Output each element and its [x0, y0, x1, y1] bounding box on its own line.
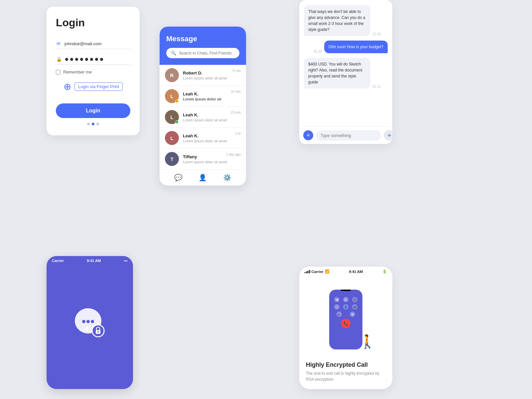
chat-message-row: That ways we don't be able to give any a… [304, 5, 388, 36]
carrier-info: Carrier 📶 [305, 269, 330, 274]
lock-icon: 🔒 [56, 57, 62, 62]
message-header: Message 🔍 [160, 27, 246, 65]
illustration-container: ◀ ⊞ 🎧 + 👤 📹 🎤 ⊞ 📞 [299, 276, 392, 356]
time-label: 9:41 AM [349, 270, 363, 274]
splash-screen: Carrier 9:41 AM ▪▪▪ [47, 256, 133, 389]
search-icon: 🔍 [171, 51, 176, 56]
phone-mockup: ◀ ⊞ 🎧 + 👤 📹 🎤 ⊞ 📞 [329, 290, 362, 349]
bottom-navigation: 💬 👤 ⚙️ [160, 169, 246, 186]
phone-mockup-wrapper: ◀ ⊞ 🎧 + 👤 📹 🎤 ⊞ 📞 [329, 286, 362, 349]
add-attachment-button[interactable]: + [303, 130, 313, 140]
email-input[interactable] [65, 41, 130, 46]
received-bubble: That ways we don't be able to give any a… [304, 5, 370, 36]
settings-nav-icon[interactable]: ⚙️ [223, 174, 231, 182]
send-icon [387, 133, 391, 138]
phone-icon: 👤 [343, 304, 348, 310]
chat-message-row: $400 USD. You will do Sketch right? Also… [304, 58, 388, 88]
contacts-nav-icon[interactable]: 👤 [199, 174, 207, 182]
phone-screen: ◀ ⊞ 🎧 + 👤 📹 🎤 ⊞ 📞 [329, 294, 362, 332]
page-dot-3 [96, 123, 99, 125]
fingerprint-button[interactable]: ⊕ Login via Finger Print [56, 81, 130, 92]
contact-name: Leah K. [183, 133, 241, 138]
encrypted-text-section: Highly Encrypted Call The end to end cal… [299, 356, 392, 389]
avatar: L [165, 89, 179, 103]
svg-point-8 [97, 331, 99, 332]
contact-name: Robert D. [183, 70, 241, 75]
phone-icon-row: + 👤 📹 [332, 304, 359, 310]
avatar: L [165, 110, 179, 124]
encrypted-call-title: Highly Encrypted Call [306, 361, 386, 368]
phone-icon-row: ◀ ⊞ 🎧 [332, 297, 359, 302]
phone-icon: + [334, 304, 339, 310]
message-time: 1 hr [235, 132, 241, 135]
message-timestamp: 01:12 [372, 85, 381, 88]
message-preview: Lorem ipsum dolor sit amet [183, 76, 241, 80]
encrypted-call-description: The end to end call is highly encrypted … [306, 370, 386, 382]
page-dot-2 [92, 123, 94, 125]
svg-point-3 [86, 320, 90, 323]
avatar: R [165, 68, 179, 82]
avatar: T [165, 152, 179, 166]
list-item[interactable]: L Leah K. Lorem ipsum dolor sit amet 1 h… [160, 128, 246, 149]
remember-me-label: Remember me [63, 69, 92, 74]
time-label: 9:41 AM [87, 259, 101, 263]
status-bar: Carrier 📶 9:41 AM 🔋 [299, 267, 392, 276]
remember-me-checkbox[interactable] [56, 70, 61, 74]
fingerprint-icon: ⊕ [64, 81, 71, 92]
person-illustration: 🚶 [359, 334, 376, 349]
phone-icon-row: 🎤 ⊞ [332, 312, 359, 317]
message-input[interactable] [316, 130, 381, 141]
message-time: 5 min [233, 69, 241, 72]
status-bar: Carrier 9:41 AM ▪▪▪ [47, 256, 133, 265]
email-icon: ✉ [56, 41, 61, 46]
splash-logo [71, 304, 108, 341]
encrypted-call-card: Carrier 📶 9:41 AM 🔋 ◀ ⊞ 🎧 + 👤 [299, 267, 392, 389]
messages-nav-icon[interactable]: 💬 [174, 174, 183, 182]
message-timestamp: 12:15 [372, 32, 381, 36]
signal-icon [305, 270, 310, 273]
svg-point-4 [91, 320, 94, 323]
email-field-container: ✉ [56, 38, 130, 49]
message-content: Robert D. Lorem ipsum dolor sit amet [183, 70, 241, 80]
message-list: R Robert D. Lorem ipsum dolor sit amet 5… [160, 65, 246, 169]
list-item[interactable]: L Leah K. Lorem ipsum dolor sit 15 min [160, 86, 246, 107]
online-status-badge [175, 120, 179, 124]
phone-icon: 🎧 [352, 297, 357, 302]
login-card: Login ✉ 🔒 Remember me ⊕ Login via Finger… [47, 7, 140, 135]
phone-icon: 📹 [352, 304, 357, 310]
send-message-button[interactable] [384, 130, 392, 141]
list-item[interactable]: L Leah K. Lorem ipsum dolor sit amet 23 … [160, 107, 246, 128]
sent-bubble: Ohh sure! How is your budget? [324, 41, 388, 53]
status-icons: ▪▪▪ [124, 259, 128, 263]
login-title: Login [56, 17, 130, 29]
message-time: 15 min [231, 90, 241, 93]
phone-icon: ◀ [334, 297, 339, 302]
phone-icon: 🎤 [336, 312, 342, 317]
chat-input-bar: + [299, 126, 392, 144]
end-call-button: 📞 [341, 319, 350, 328]
message-content: Leah K. Lorem ipsum dolor sit amet [183, 133, 241, 143]
page-indicators [56, 123, 130, 125]
message-app-card: Message 🔍 R Robert D. Lorem ipsum dolor … [160, 27, 246, 186]
fingerprint-label: Login via Finger Print [74, 82, 123, 91]
received-bubble: $400 USD. You will do Sketch right? Also… [304, 58, 370, 88]
wifi-icon: 📶 [325, 269, 330, 274]
message-search-input[interactable] [179, 51, 235, 56]
list-item[interactable]: R Robert D. Lorem ipsum dolor sit amet 5… [160, 65, 246, 86]
message-timestamp: 01:10 [314, 50, 322, 53]
svg-point-2 [82, 320, 85, 323]
carrier-label: Carrier [52, 259, 64, 263]
message-preview: Lorem ipsum dolor sit [183, 97, 241, 101]
page-dot-1 [87, 123, 90, 125]
phone-icon: ⊞ [343, 297, 348, 302]
login-button[interactable]: Login [56, 103, 130, 118]
list-item[interactable]: T Tiffany Lorem ipsum dolor sit amet 1 d… [160, 149, 246, 169]
chat-detail-card: That ways we don't be able to give any a… [299, 0, 392, 144]
chat-message-row: Ohh sure! How is your budget? 01:10 [304, 41, 388, 53]
carrier-label: Carrier [312, 270, 324, 274]
message-search-bar[interactable]: 🔍 [166, 48, 239, 58]
phone-icon: ⊞ [350, 312, 355, 317]
remember-me-container: Remember me [56, 69, 130, 74]
password-dots [65, 58, 103, 61]
password-field-container: 🔒 [56, 54, 130, 65]
